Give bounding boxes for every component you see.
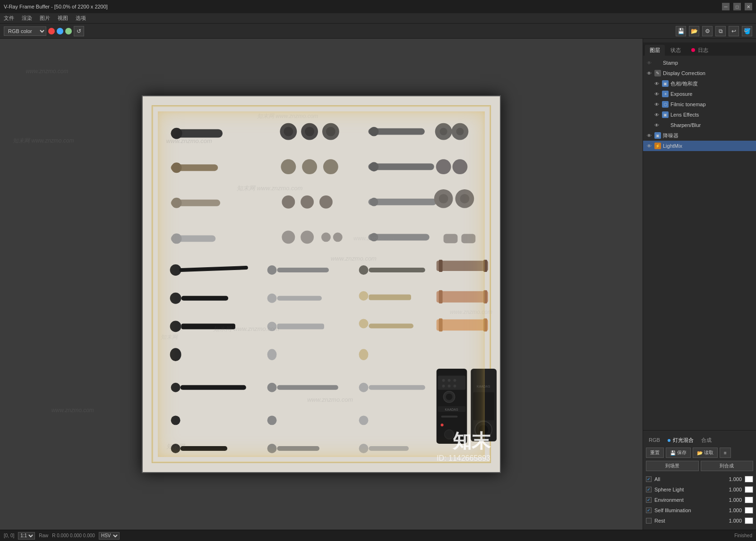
icon-color-balance: ▣ [662, 80, 669, 87]
tab-log[interactable]: 日志 [687, 45, 713, 56]
attrs-tabs: RGB 灯光混合 合成 [643, 434, 756, 446]
tab-status[interactable]: 状态 [666, 45, 686, 56]
eye-exposure[interactable]: 👁 [653, 91, 660, 97]
svg-rect-57 [181, 296, 228, 301]
close-button[interactable]: ✕ [745, 3, 752, 10]
effect-stamp[interactable]: 👁 Stamp [643, 58, 756, 68]
lm-swatch-all[interactable] [745, 476, 753, 482]
effects-list: 👁 Stamp 👁 ✎ Display Correction 👁 ▣ 色相/饱和… [643, 56, 756, 428]
svg-text:知末网 www.znzmo.com: 知末网 www.znzmo.com [213, 325, 279, 332]
lm-check-all[interactable]: ✓ [646, 476, 652, 482]
color-dot-green[interactable] [65, 28, 72, 34]
right-panel-top-space [643, 39, 756, 42]
zoom-select[interactable]: 1:1 50% [18, 532, 35, 540]
menu-bar: 文件 渲染 图片 视图 选项 [0, 13, 756, 24]
svg-point-107 [267, 415, 277, 425]
svg-point-38 [172, 233, 182, 244]
tab-layers[interactable]: 图层 [645, 45, 665, 56]
svg-point-16 [456, 128, 464, 135]
color-mode-select[interactable]: HSV ▼ RGB [99, 532, 120, 540]
eye-sharpen[interactable]: 👁 [653, 122, 660, 128]
right-panel: 图层 状态 日志 👁 Stamp 👁 ✎ Display Correction [643, 39, 756, 530]
attr-tab-rgb[interactable]: RGB [646, 436, 663, 444]
menu-render[interactable]: 渲染 [22, 15, 32, 22]
svg-rect-31 [368, 199, 436, 205]
icon-lens-effects: ▣ [662, 111, 669, 118]
lm-row-all: ✓ All 1.000 [646, 474, 753, 484]
svg-rect-114 [369, 446, 409, 451]
svg-rect-54 [439, 260, 443, 272]
undo-icon-button[interactable]: ↩ [729, 26, 739, 36]
main-content: www.znzmo.com 知末网 www.znzmo.com www.znzm… [0, 39, 756, 530]
menu-file[interactable]: 文件 [4, 15, 14, 22]
menu-options[interactable]: 选项 [76, 15, 86, 22]
render-area[interactable]: www.znzmo.com 知末网 www.znzmo.com www.znzm… [0, 39, 643, 530]
lm-check-selfillum[interactable]: ✓ [646, 507, 652, 513]
menu-view[interactable]: 视图 [58, 15, 68, 22]
menu-image[interactable]: 图片 [40, 15, 50, 22]
status-coords: [0, 0] [4, 533, 14, 538]
effect-display-correction[interactable]: 👁 ✎ Display Correction [643, 68, 756, 78]
bucket-icon-button[interactable]: 🪣 [742, 26, 752, 36]
svg-point-84 [359, 383, 369, 392]
status-finished: Finished [734, 533, 752, 538]
channel-select[interactable]: RGB color [4, 26, 46, 36]
lm-swatch-selfillum[interactable] [745, 507, 753, 514]
attr-tab-lightmix[interactable]: 灯光混合 [665, 436, 696, 445]
reset-button[interactable]: 重置 [646, 448, 664, 458]
lm-label-sphere: Sphere Light [654, 487, 720, 492]
svg-point-111 [267, 444, 277, 453]
eye-lens-effects[interactable]: 👁 [653, 111, 660, 118]
color-dot-blue[interactable] [57, 28, 63, 34]
save-button[interactable]: 💾 保存 [666, 448, 691, 458]
eye-display-correction[interactable]: 👁 [646, 70, 653, 76]
effect-exposure[interactable]: 👁 ☀ Exposure [643, 89, 756, 99]
svg-point-29 [301, 195, 314, 209]
lm-check-env[interactable]: ✓ [646, 497, 652, 503]
copy-icon-button[interactable]: ⧉ [715, 26, 726, 36]
effect-denoiser[interactable]: 👁 ▣ 降噪器 [643, 130, 756, 141]
minimize-button[interactable]: ─ [722, 3, 730, 10]
status-bar: [0, 0] 1:1 50% Raw R 0.000 0.000 0.000 H… [0, 530, 756, 541]
effect-sharpen[interactable]: 👁 Sharpen/Blur [643, 120, 756, 130]
svg-point-65 [170, 321, 181, 332]
maximize-button[interactable]: □ [733, 3, 741, 10]
svg-point-6 [284, 127, 293, 136]
eye-lightmix[interactable]: 👁 [646, 143, 653, 149]
color-dot-red[interactable] [48, 28, 55, 34]
label-display-correction: Display Correction [663, 70, 753, 76]
effect-color-balance[interactable]: 👁 ▣ 色相/饱和度 [643, 78, 756, 89]
svg-rect-64 [483, 290, 487, 304]
svg-point-89 [448, 379, 451, 382]
effect-lens-effects[interactable]: 👁 ▣ Lens Effects [643, 110, 756, 120]
svg-point-88 [442, 379, 445, 382]
svg-point-10 [326, 127, 335, 136]
effect-filmic[interactable]: 👁 ⬡ Filmic tonemap [643, 99, 756, 110]
eye-filmic[interactable]: 👁 [653, 101, 660, 108]
load-icon-button[interactable]: 📂 [689, 26, 699, 36]
effect-lightmix[interactable]: 👁 ⚡ LightMix [643, 141, 756, 151]
save-icon-button[interactable]: 💾 [676, 26, 686, 36]
load-button[interactable]: 📂 读取 [693, 448, 718, 458]
svg-point-92 [448, 385, 451, 388]
lm-check-sphere[interactable]: ✓ [646, 487, 652, 492]
svg-text:KAADAS: KAADAS [477, 385, 490, 388]
svg-rect-53 [437, 261, 488, 271]
lm-row-rest: Rest 1.000 [646, 516, 753, 526]
eye-denoiser[interactable]: 👁 [646, 132, 653, 139]
lm-swatch-env[interactable] [745, 497, 753, 503]
to-composite-button[interactable]: 到合成 [701, 461, 754, 471]
svg-rect-81 [180, 385, 246, 390]
to-scene-button[interactable]: 到场景 [646, 461, 699, 471]
menu-button[interactable]: ≡ [720, 448, 731, 458]
eye-color-balance[interactable]: 👁 [653, 80, 660, 87]
eye-stamp[interactable]: 👁 [646, 59, 653, 66]
svg-point-113 [359, 444, 369, 453]
attr-tab-composite[interactable]: 合成 [698, 436, 714, 445]
refresh-button[interactable]: ↺ [74, 26, 84, 36]
lm-swatch-sphere[interactable] [745, 486, 753, 493]
label-lens-effects: Lens Effects [670, 112, 753, 118]
lm-check-rest[interactable] [646, 518, 652, 524]
settings-icon-button[interactable]: ⚙ [702, 26, 713, 36]
lm-swatch-rest[interactable] [745, 517, 753, 524]
